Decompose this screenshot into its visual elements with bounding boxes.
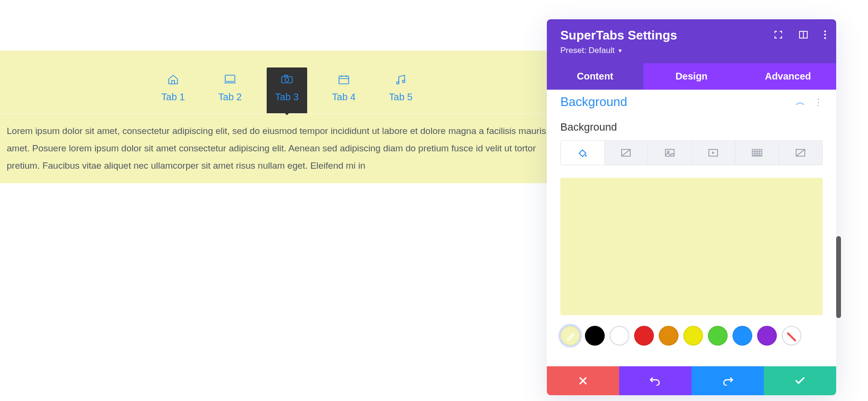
image-icon bbox=[665, 148, 675, 157]
kebab-menu-icon[interactable]: ⋮ bbox=[814, 97, 823, 107]
swatch-blue[interactable] bbox=[732, 326, 752, 346]
preset-selector[interactable]: Preset: Default ▼ bbox=[560, 46, 623, 55]
redo-icon bbox=[722, 376, 733, 386]
tab-content: Lorem ipsum dolor sit amet, consectetur … bbox=[0, 113, 574, 183]
background-type-tabs bbox=[560, 140, 823, 165]
tab-label: Tab 4 bbox=[332, 92, 356, 102]
section-header[interactable]: Background ︿ ⋮ bbox=[560, 90, 823, 112]
tab-design[interactable]: Design bbox=[643, 63, 740, 90]
cancel-button[interactable] bbox=[547, 366, 619, 395]
video-icon bbox=[708, 148, 719, 157]
swatch-orange[interactable] bbox=[659, 326, 678, 346]
tab-label: Tab 1 bbox=[162, 92, 185, 102]
preset-label: Preset: Default bbox=[560, 46, 614, 55]
field-label: Background bbox=[560, 121, 823, 134]
color-swatches bbox=[560, 326, 823, 346]
swatch-red[interactable] bbox=[634, 326, 654, 346]
panel-header-actions bbox=[773, 30, 827, 40]
swatch-black[interactable] bbox=[585, 326, 605, 346]
tab-label: Tab 3 bbox=[275, 92, 299, 102]
undo-button[interactable] bbox=[619, 366, 692, 395]
tab-advanced[interactable]: Advanced bbox=[740, 63, 836, 90]
calendar-icon bbox=[324, 74, 364, 87]
panel-header: SuperTabs Settings Preset: Default ▼ bbox=[547, 19, 836, 63]
scrollbar-thumb[interactable] bbox=[836, 236, 841, 318]
paint-bucket-icon bbox=[577, 147, 588, 158]
tab-label: Tab 2 bbox=[218, 92, 242, 102]
svg-point-11 bbox=[585, 155, 587, 157]
bg-tab-mask[interactable] bbox=[779, 140, 823, 165]
svg-point-5 bbox=[397, 82, 399, 84]
chevron-up-icon[interactable]: ︿ bbox=[796, 95, 805, 108]
svg-point-10 bbox=[824, 37, 826, 39]
color-preview[interactable] bbox=[560, 178, 823, 315]
caret-down-icon: ▼ bbox=[617, 48, 623, 53]
svg-rect-3 bbox=[285, 75, 287, 77]
check-icon bbox=[795, 376, 805, 385]
home-icon bbox=[153, 74, 193, 87]
svg-rect-4 bbox=[339, 76, 349, 84]
music-icon bbox=[380, 74, 421, 87]
svg-rect-0 bbox=[225, 75, 235, 81]
swatch-yellow[interactable] bbox=[683, 326, 703, 346]
pattern-icon bbox=[752, 149, 762, 157]
close-icon bbox=[578, 376, 588, 386]
settings-panel: SuperTabs Settings Preset: Default ▼ Con… bbox=[547, 19, 836, 395]
expand-icon[interactable] bbox=[773, 30, 783, 40]
svg-point-6 bbox=[403, 80, 405, 83]
laptop-icon bbox=[210, 74, 250, 87]
bg-tab-gradient[interactable] bbox=[605, 140, 649, 165]
panel-tabs: Content Design Advanced bbox=[547, 63, 836, 90]
undo-icon bbox=[650, 376, 661, 386]
svg-point-2 bbox=[285, 78, 289, 82]
tab-5[interactable]: Tab 5 bbox=[380, 67, 421, 113]
section-title: Background bbox=[560, 94, 627, 109]
redo-button[interactable] bbox=[692, 366, 764, 395]
tabs-preview: Tab 1 Tab 2 Tab 3 Tab 4 bbox=[0, 0, 574, 183]
bg-tab-video[interactable] bbox=[692, 140, 736, 165]
tab-content-settings[interactable]: Content bbox=[547, 63, 643, 90]
kebab-menu-icon[interactable] bbox=[824, 30, 827, 40]
panel-footer bbox=[547, 366, 836, 395]
gradient-icon bbox=[621, 148, 631, 157]
svg-point-8 bbox=[824, 30, 826, 32]
tab-1[interactable]: Tab 1 bbox=[153, 67, 193, 113]
tab-3[interactable]: Tab 3 bbox=[267, 67, 307, 113]
confirm-button[interactable] bbox=[764, 366, 836, 395]
panel-body[interactable]: Background ︿ ⋮ Background bbox=[547, 90, 836, 366]
tab-4[interactable]: Tab 4 bbox=[324, 67, 364, 113]
swatch-green[interactable] bbox=[708, 326, 728, 346]
tab-label: Tab 5 bbox=[389, 92, 413, 102]
tab-2[interactable]: Tab 2 bbox=[210, 67, 250, 113]
mask-icon bbox=[795, 148, 806, 157]
swatch-transparent[interactable] bbox=[782, 326, 801, 346]
swatch-purple[interactable] bbox=[757, 326, 777, 346]
swatch-eyedropper[interactable] bbox=[560, 326, 580, 346]
bg-tab-pattern[interactable] bbox=[735, 140, 779, 165]
bg-tab-image[interactable] bbox=[648, 140, 692, 165]
camera-icon bbox=[267, 74, 307, 87]
tabs-row: Tab 1 Tab 2 Tab 3 Tab 4 bbox=[153, 67, 421, 113]
bg-tab-color[interactable] bbox=[560, 140, 605, 165]
svg-point-9 bbox=[824, 34, 826, 36]
swatch-white[interactable] bbox=[610, 326, 629, 346]
columns-icon[interactable] bbox=[799, 30, 808, 40]
tab-nav: Tab 1 Tab 2 Tab 3 Tab 4 bbox=[0, 51, 574, 113]
